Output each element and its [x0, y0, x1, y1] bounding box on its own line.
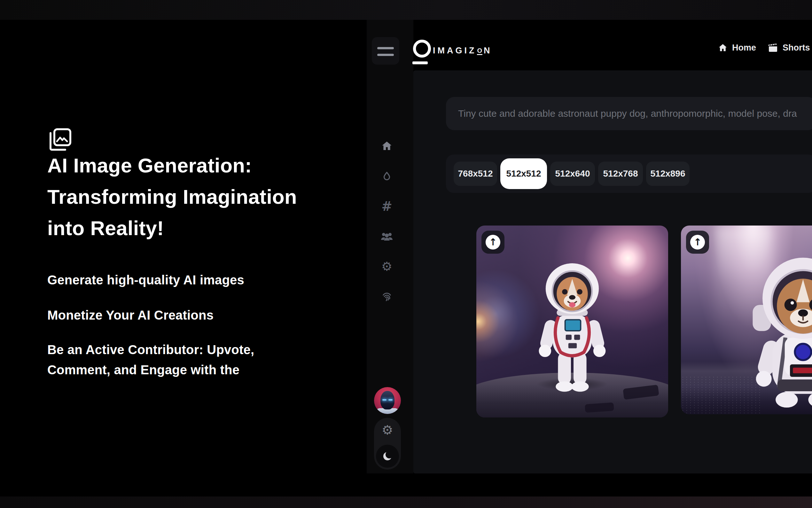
nav-home-label: Home	[732, 43, 756, 53]
nav-shorts[interactable]: Shorts	[768, 43, 810, 53]
settings-button[interactable]: ⚙	[374, 423, 401, 437]
size-option-512x640[interactable]: 512x640	[550, 162, 595, 186]
size-option-512x512-selected[interactable]: 512x512	[500, 158, 547, 189]
gear-icon: ⚙	[382, 424, 393, 436]
feature-text-contribute: Be an Active Contributor: Upvote, Commen…	[47, 340, 278, 380]
size-option-512x896[interactable]: 512x896	[646, 162, 689, 186]
arrow-up-icon: ↑	[694, 237, 701, 247]
generated-image-card-1[interactable]: ↑	[476, 225, 668, 418]
feature-text-monetize: Monetize Your AI Creations	[47, 305, 278, 325]
brand-prefix: IMAGIZ	[433, 46, 477, 55]
title-line-3: into Reality!	[47, 212, 367, 244]
size-options-bar: 768x512 512x512 512x640 512x768 512x896	[446, 155, 812, 193]
nav-shorts-label: Shorts	[782, 43, 810, 53]
dark-mode-toggle[interactable]	[376, 444, 399, 468]
moon-icon	[381, 450, 393, 462]
sidebar-item-touch[interactable]	[378, 288, 396, 305]
menu-icon	[377, 54, 394, 56]
brand-logo-ring	[413, 40, 431, 57]
brand-wordmark[interactable]: IMAGIZON	[433, 46, 492, 56]
size-option-768x512[interactable]: 768x512	[453, 162, 497, 186]
sidebar-item-tags[interactable]: #	[378, 197, 396, 215]
sidebar-item-home[interactable]	[378, 137, 396, 155]
top-letterbox-strip	[0, 0, 812, 20]
title-line-2: Transforming Imagination	[47, 181, 367, 212]
menu-button[interactable]	[372, 37, 399, 65]
page-title: AI Image Generation: Transforming Imagin…	[47, 150, 367, 244]
gear-icon: ⚙	[381, 260, 392, 272]
brand-styled-o: O	[477, 47, 483, 55]
sidebar-item-community[interactable]	[378, 227, 396, 245]
users-icon	[380, 231, 393, 242]
generated-image-card-2[interactable]: ↑	[681, 225, 812, 414]
app-main-panel: 768x512 512x512 512x640 512x768 512x896	[413, 70, 812, 473]
hashtag-icon: #	[381, 200, 392, 213]
fingerprint-icon	[381, 291, 393, 302]
astronaut-puppy-standing	[527, 261, 618, 401]
title-line-1: AI Image Generation:	[47, 150, 367, 181]
clapperboard-icon	[768, 43, 778, 53]
brand-suffix: N	[484, 46, 492, 55]
bottom-scrub-strip	[0, 497, 812, 508]
arrow-up-icon: ↑	[489, 237, 497, 247]
upload-badge[interactable]: ↑	[481, 230, 505, 254]
avatar-robot-head	[380, 391, 394, 410]
upload-badge[interactable]: ↑	[686, 230, 709, 254]
feature-text-generate: Generate high-quality AI images	[47, 270, 278, 290]
size-option-512x768[interactable]: 512x768	[598, 162, 643, 186]
menu-icon	[377, 47, 394, 49]
nav-home[interactable]: Home	[718, 43, 756, 53]
sidebar-item-settings[interactable]: ⚙	[378, 257, 396, 276]
astronaut-puppy-sitting	[748, 250, 812, 414]
home-icon	[718, 43, 728, 53]
droplet-icon	[381, 171, 392, 182]
photos-icon	[47, 126, 74, 153]
brand-logo-underline	[413, 61, 428, 64]
prompt-input[interactable]	[446, 97, 812, 130]
avatar[interactable]	[374, 387, 401, 414]
home-icon	[381, 140, 393, 152]
sidebar-item-drops[interactable]	[378, 167, 396, 185]
